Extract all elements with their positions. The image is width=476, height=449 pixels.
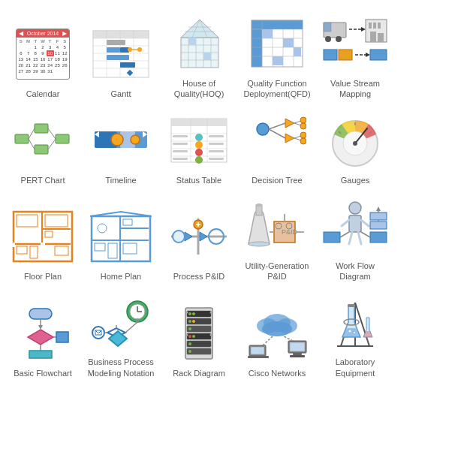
svg-marker-62 <box>366 53 370 57</box>
homeplan-item[interactable]: Home Plan <box>82 190 160 287</box>
decision-label: Decision Tree <box>252 175 302 185</box>
svg-point-204 <box>188 320 191 323</box>
svg-point-88 <box>195 141 203 149</box>
svg-rect-13 <box>120 62 135 68</box>
svg-rect-95 <box>209 135 224 137</box>
rack-label: Rack Diagram <box>173 368 225 378</box>
svg-point-50 <box>336 36 342 42</box>
svg-point-151 <box>256 203 262 206</box>
svg-rect-58 <box>378 33 384 42</box>
svg-rect-221 <box>248 356 269 358</box>
svg-rect-46 <box>294 47 301 56</box>
hoq-icon <box>165 14 233 74</box>
utilitypid-icon: P&ID <box>243 196 311 256</box>
basicflow-icon <box>9 303 77 363</box>
svg-rect-57 <box>370 32 376 42</box>
svg-point-118 <box>353 141 357 146</box>
svg-rect-66 <box>35 145 48 154</box>
gantt-item[interactable]: Gantt <box>82 8 160 104</box>
svg-rect-94 <box>173 158 188 160</box>
bpmn-item[interactable]: Business Process Modeling Notation <box>82 286 160 383</box>
svg-marker-103 <box>285 134 294 143</box>
workflow-item[interactable]: Work Flow Diagram <box>316 190 394 287</box>
processpidd-icon <box>165 206 233 267</box>
svg-point-210 <box>188 350 191 353</box>
floorplan-item[interactable]: Floor Plan <box>4 190 82 287</box>
svg-rect-35 <box>252 29 262 67</box>
svg-line-101 <box>269 129 285 138</box>
qfd-item[interactable]: Quality Function Deployment(QFD) <box>238 8 316 104</box>
svg-point-89 <box>195 149 203 156</box>
svg-line-163 <box>349 232 352 244</box>
svg-point-218 <box>262 321 292 336</box>
svg-rect-181 <box>56 332 68 342</box>
hoq-item[interactable]: House of Quality(HOQ) <box>160 8 238 104</box>
svg-rect-130 <box>45 215 68 227</box>
gauges-item[interactable]: Gauges <box>316 104 394 190</box>
workflow-label: Work Flow Diagram <box>319 261 391 282</box>
svg-point-203 <box>192 312 195 315</box>
svg-rect-135 <box>95 243 105 251</box>
svg-rect-166 <box>370 232 387 243</box>
vsm-item[interactable]: Value Stream Mapping <box>316 8 394 104</box>
svg-line-167 <box>340 232 349 237</box>
workflow-icon <box>321 196 389 256</box>
basicflow-item[interactable]: Basic Flowchart <box>4 286 82 383</box>
decision-item[interactable]: Decision Tree <box>238 104 316 190</box>
bpmn-icon <box>87 292 155 352</box>
svg-point-207 <box>188 335 191 338</box>
svg-point-17 <box>137 47 142 52</box>
svg-point-110 <box>300 132 306 138</box>
svg-rect-124 <box>12 243 15 247</box>
svg-marker-102 <box>285 119 294 128</box>
svg-rect-31 <box>188 38 196 45</box>
svg-point-99 <box>257 123 269 135</box>
svg-point-75 <box>111 134 123 146</box>
calendar-item[interactable]: ◀ October 2014 ▶ S M T W T F S 1 2 3 <box>4 8 82 104</box>
svg-rect-12 <box>107 55 129 60</box>
svg-rect-43 <box>262 29 273 38</box>
svg-marker-177 <box>28 330 53 345</box>
svg-line-162 <box>361 220 369 226</box>
processpidd-item[interactable]: Process P&ID <box>160 190 238 287</box>
vsm-icon <box>321 14 389 74</box>
svg-rect-125 <box>17 246 27 254</box>
svg-rect-98 <box>209 158 224 160</box>
pert-label: PERT Chart <box>21 175 65 185</box>
svg-rect-96 <box>209 143 224 145</box>
svg-rect-54 <box>369 23 372 29</box>
status-item[interactable]: Status Table <box>160 104 238 190</box>
utilitypid-item[interactable]: P&ID Utility-Generation P&ID <box>238 190 316 287</box>
svg-point-145 <box>173 231 185 243</box>
svg-marker-52 <box>361 27 366 32</box>
timeline-item[interactable]: Timeline <box>82 104 160 190</box>
rack-item[interactable]: Rack Diagram <box>160 286 238 383</box>
svg-rect-48 <box>324 23 331 32</box>
svg-line-70 <box>48 128 56 139</box>
svg-point-87 <box>195 134 203 141</box>
lab-icon <box>321 292 389 352</box>
lab-item[interactable]: Laboratory Equipment <box>316 286 394 383</box>
cisco-item[interactable]: Cisco Networks <box>238 286 316 383</box>
status-label: Status Table <box>176 175 221 185</box>
cisco-label: Cisco Networks <box>249 368 306 378</box>
svg-point-137 <box>98 224 107 233</box>
svg-rect-9 <box>107 40 125 45</box>
qfd-label: Quality Function Deployment(QFD) <box>243 78 310 100</box>
empty-4 <box>394 286 472 383</box>
svg-line-69 <box>29 139 35 149</box>
svg-rect-59 <box>324 50 337 60</box>
pert-item[interactable]: PERT Chart <box>4 104 82 190</box>
svg-point-159 <box>349 202 361 214</box>
svg-rect-93 <box>173 150 188 152</box>
svg-rect-232 <box>348 304 355 307</box>
gauges-icon <box>321 110 389 170</box>
hoq-label: House of Quality(HOQ) <box>174 78 224 100</box>
svg-line-227 <box>284 336 293 341</box>
svg-point-206 <box>188 327 191 330</box>
svg-line-71 <box>48 139 56 149</box>
svg-point-183 <box>92 327 104 339</box>
svg-point-202 <box>188 312 191 315</box>
svg-rect-224 <box>293 353 302 355</box>
svg-marker-173 <box>376 206 381 211</box>
